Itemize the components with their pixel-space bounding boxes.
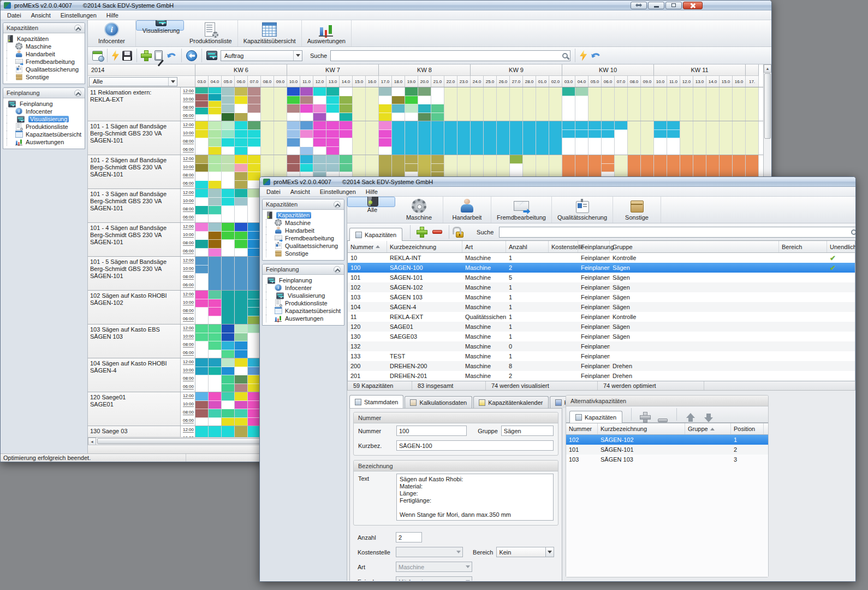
task-block[interactable]	[222, 223, 234, 232]
anzahl-field[interactable]: 2	[396, 532, 422, 542]
task-block[interactable]	[326, 130, 339, 139]
task-block[interactable]	[195, 384, 208, 392]
task-block[interactable]	[248, 350, 260, 358]
task-block[interactable]	[405, 104, 418, 113]
nav-button-auswertungen[interactable]: Auswertungen	[302, 20, 352, 46]
task-block[interactable]	[340, 155, 352, 164]
task-block[interactable]	[392, 87, 405, 96]
sidebar-item-kapazitäten[interactable]: Kapazitäten	[265, 211, 343, 219]
task-block[interactable]	[313, 121, 326, 130]
task-block[interactable]	[209, 232, 221, 240]
scroll-up-icon[interactable]: ▲	[764, 64, 771, 73]
task-block[interactable]	[209, 215, 221, 223]
nav-button-visualisierung[interactable]: Visualisierung	[136, 20, 184, 31]
task-block[interactable]	[235, 215, 247, 223]
task-block[interactable]	[313, 155, 326, 164]
task-block[interactable]	[562, 87, 575, 96]
task-block[interactable]	[444, 121, 457, 155]
task-block[interactable]	[195, 426, 208, 437]
task-block[interactable]	[379, 147, 391, 155]
nav-button-infocenter[interactable]: iInfocenter	[88, 20, 136, 46]
task-block[interactable]	[235, 249, 247, 257]
task-block[interactable]	[222, 418, 234, 426]
vscroll-thumb[interactable]	[764, 73, 771, 139]
text-field[interactable]: Sägen auf Kasto Rhobi: Material: Länge: …	[396, 474, 554, 521]
task-block[interactable]	[195, 189, 208, 198]
alt-table-row[interactable]: 103SÄGEN 1033	[566, 455, 768, 464]
detail-tab-stammdaten[interactable]: Stammdaten	[349, 395, 403, 408]
table-row[interactable]: 101SÄGEN-101Maschine5FeinplanenSägen	[348, 273, 855, 282]
task-block[interactable]	[235, 324, 247, 333]
sidebar-item-fremdbearbeitung[interactable]: Fremdbearbeitung	[265, 234, 343, 242]
lightning-icon[interactable]	[112, 50, 119, 61]
task-block[interactable]	[248, 240, 260, 249]
task-block[interactable]	[209, 384, 221, 392]
table-row[interactable]: 130SAEGE03Maschine1FeinplanenSägen	[348, 332, 855, 341]
task-block[interactable]	[405, 155, 418, 164]
sidebar-item-sonstige[interactable]: Sonstige	[265, 250, 343, 257]
clipboard-icon[interactable]	[154, 50, 163, 61]
task-block[interactable]	[222, 367, 234, 376]
task-block[interactable]	[209, 358, 221, 367]
task-block[interactable]	[300, 87, 313, 96]
task-block[interactable]	[222, 155, 234, 164]
task-block[interactable]	[549, 121, 562, 155]
task-block[interactable]	[379, 96, 391, 105]
task-block[interactable]	[222, 350, 234, 358]
task-block[interactable]	[222, 401, 234, 410]
column-header-art[interactable]: Art	[462, 241, 506, 252]
table-row[interactable]: 102SÄGEN-102Maschine1FeinplanenSägen	[348, 282, 855, 292]
task-block[interactable]	[235, 121, 247, 130]
alt-column-header-gruppe[interactable]: Gruppe	[685, 423, 731, 434]
column-header-anzahl[interactable]: Anzahl	[506, 241, 549, 252]
task-block[interactable]	[248, 232, 260, 240]
sidebar-item-visualisierung[interactable]: Visualisierung	[265, 292, 343, 299]
task-block[interactable]	[379, 130, 391, 139]
task-block[interactable]	[405, 164, 418, 173]
task-block[interactable]	[222, 164, 234, 173]
task-block[interactable]	[248, 121, 260, 130]
task-block[interactable]	[195, 121, 208, 130]
tab-kapazitaeten[interactable]: Kapazitäten	[349, 228, 402, 241]
task-block[interactable]	[195, 418, 208, 426]
alt-column-header-nummer[interactable]: Nummer	[566, 423, 598, 434]
task-block[interactable]	[287, 113, 300, 121]
lightning-icon[interactable]	[580, 50, 587, 61]
task-block[interactable]	[392, 121, 405, 155]
task-block[interactable]	[235, 384, 247, 392]
menu-item-hilfe[interactable]: Hilfe	[102, 11, 123, 19]
task-block[interactable]	[575, 113, 588, 121]
task-block[interactable]	[313, 164, 326, 173]
task-block[interactable]	[654, 130, 667, 139]
task-block[interactable]	[300, 155, 313, 164]
task-block[interactable]	[209, 138, 221, 147]
task-block[interactable]	[300, 164, 313, 173]
task-block[interactable]	[457, 121, 470, 155]
table-row[interactable]: 104SÄGEN-4Maschine1FeinplanenSägen	[348, 302, 855, 312]
task-block[interactable]	[195, 409, 208, 418]
task-block[interactable]	[392, 113, 405, 121]
task-block[interactable]	[195, 164, 208, 173]
collapse-icon[interactable]	[334, 201, 341, 208]
task-block[interactable]	[418, 121, 431, 155]
task-block[interactable]	[235, 147, 247, 155]
task-block[interactable]	[209, 257, 221, 290]
task-block[interactable]	[209, 198, 221, 206]
task-block[interactable]	[418, 113, 431, 121]
table-row[interactable]: 103SÄGEN 103Maschine1FeinplanenSägen	[348, 292, 855, 302]
task-block[interactable]	[602, 121, 614, 130]
sidebar-item-auswertungen[interactable]: Auswertungen	[5, 138, 84, 146]
task-block[interactable]	[248, 181, 260, 189]
task-block[interactable]	[340, 104, 352, 113]
sidebar-item-qualitaetssicherung[interactable]: Qualitaetssicherung	[265, 242, 343, 250]
task-block[interactable]	[300, 113, 313, 121]
feinplanung-select[interactable]: Mit Anzeige	[396, 576, 472, 581]
task-block[interactable]	[248, 384, 260, 392]
task-block[interactable]	[235, 375, 247, 384]
task-block[interactable]	[287, 155, 300, 164]
task-block[interactable]	[248, 130, 260, 139]
task-block[interactable]	[222, 121, 234, 130]
task-block[interactable]	[248, 392, 260, 401]
nav-button-qualitätssicherung[interactable]: Qualitätssicherung	[552, 197, 613, 223]
task-block[interactable]	[588, 147, 601, 155]
